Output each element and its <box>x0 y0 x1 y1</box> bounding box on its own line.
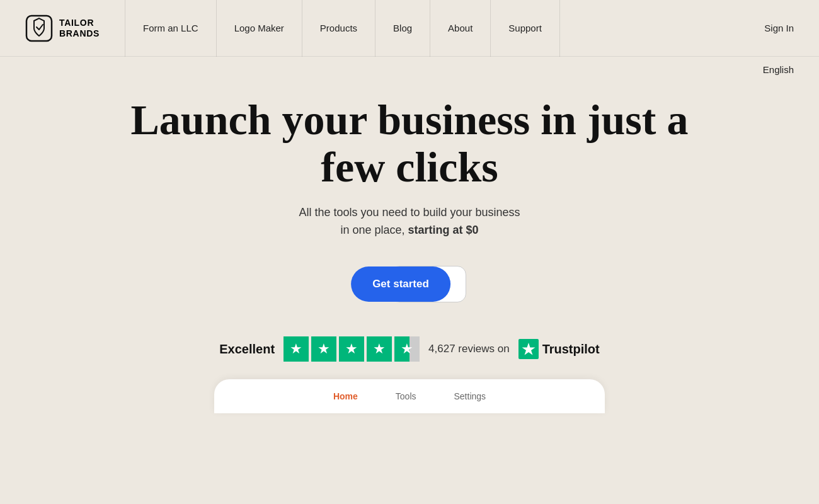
hero-title: Launch your business in just a few click… <box>126 96 693 191</box>
trustpilot-icon <box>518 339 539 359</box>
trustpilot-bar: Excellent ★ ★ ★ ★ ★ 4,627 reviews on Tru… <box>219 336 599 362</box>
star-2: ★ <box>311 336 336 362</box>
get-started-button[interactable]: Get started <box>351 266 450 302</box>
brand-name: TAILOR BRANDS <box>59 18 100 39</box>
language-bar: English <box>0 57 819 77</box>
nav-logo-maker[interactable]: Logo Maker <box>217 0 302 57</box>
nav-about[interactable]: About <box>430 0 491 57</box>
nav-form-llc[interactable]: Form an LLC <box>125 0 217 57</box>
signin-link[interactable]: Sign In <box>764 23 794 33</box>
logo[interactable]: TAILOR BRANDS <box>25 14 100 42</box>
star-5: ★ <box>394 336 420 362</box>
trustpilot-logo: Trustpilot <box>518 339 600 359</box>
star-3: ★ <box>339 336 364 362</box>
star-4: ★ <box>367 336 392 362</box>
navbar: TAILOR BRANDS Form an LLC Logo Maker Pro… <box>0 0 819 57</box>
language-selector[interactable]: English <box>763 64 794 75</box>
reviews-count: 4,627 reviews on <box>428 343 510 355</box>
tab-settings[interactable]: Settings <box>454 391 486 401</box>
nav-products[interactable]: Products <box>302 0 375 57</box>
trustpilot-label: Excellent <box>219 342 275 357</box>
star-1: ★ <box>284 336 309 362</box>
tab-tools[interactable]: Tools <box>396 391 416 401</box>
nav-links: Form an LLC Logo Maker Products Blog Abo… <box>125 0 764 57</box>
trustpilot-name: Trustpilot <box>542 342 600 357</box>
nav-blog[interactable]: Blog <box>375 0 430 57</box>
nav-support[interactable]: Support <box>491 0 560 57</box>
tab-home[interactable]: Home <box>333 391 358 401</box>
bottom-card: Home Tools Settings <box>214 379 605 413</box>
hero-subtitle: All the tools you need to build your bus… <box>299 203 520 240</box>
svg-rect-0 <box>26 16 52 41</box>
stars-container: ★ ★ ★ ★ ★ <box>284 336 420 362</box>
hero-section: Launch your business in just a few click… <box>0 77 819 413</box>
